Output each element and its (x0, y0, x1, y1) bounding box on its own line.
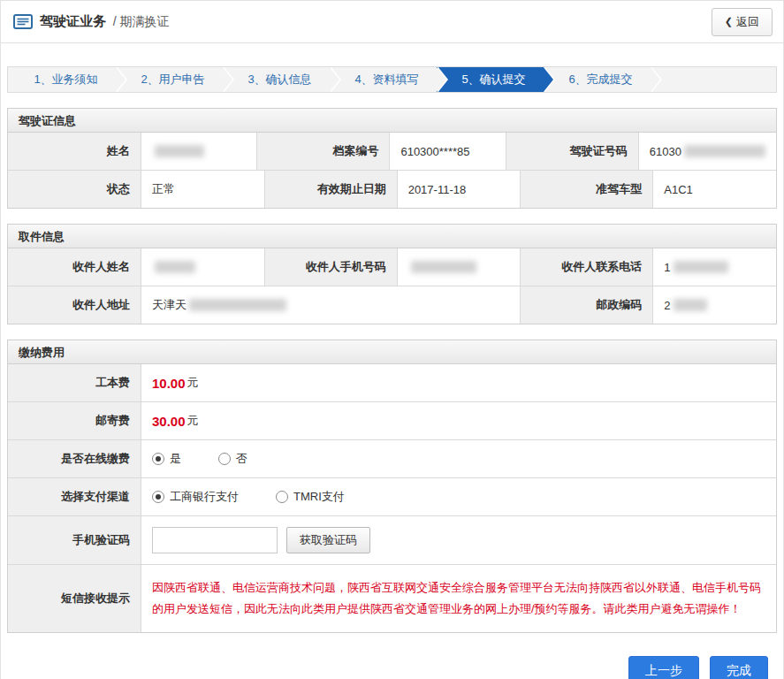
step-label: 5、确认提交 (461, 72, 525, 88)
online-no-label: 否 (236, 451, 247, 467)
address-prefix: 天津天 (152, 297, 186, 313)
step-5-confirm-submit[interactable]: 5、确认提交 (436, 67, 543, 92)
recipient-mobile-value (397, 248, 521, 286)
fees-section: 缴纳费用 工本费 10.00 元 邮寄费 30.00 元 是否在线缴费 (7, 340, 777, 633)
license-row-2: 状态 正常 有效期止日期 2017-11-18 准驾车型 A1C1 (8, 170, 776, 208)
license-no-value: 61030 (638, 133, 776, 170)
online-yes-label: 是 (170, 451, 181, 467)
step-label: 6、完成提交 (568, 72, 632, 88)
previous-step-button[interactable]: 上一步 (628, 656, 699, 679)
license-row-1: 姓名 档案编号 610300****85 驾驶证号码 61030 (8, 133, 776, 170)
sms-notice-text: 因陕西省联通、电信运营商技术问题，陕西省互联网交通安全综合服务管理平台无法向持陕… (152, 577, 762, 620)
channel-tmri-option[interactable]: TMRI支付 (276, 489, 345, 505)
expiry-label: 有效期止日期 (264, 171, 397, 208)
step-6-complete-submit[interactable]: 6、完成提交 (543, 67, 650, 92)
base-fee-unit: 元 (187, 375, 199, 391)
stepbar-wrap: 1、业务须知 2、用户申告 3、确认信息 4、资料填写 5、确认提交 6、完成提… (1, 43, 783, 93)
mail-fee-label: 邮寄费 (8, 402, 141, 439)
vehicle-label: 准驾车型 (520, 171, 652, 208)
fees-section-title: 缴纳费用 (8, 340, 776, 364)
top-header: 驾驶证业务 / 期满换证 ❮ 返回 (1, 1, 783, 43)
mail-fee-row: 邮寄费 30.00 元 (8, 401, 776, 439)
online-no-option[interactable]: 否 (218, 451, 247, 467)
step-label: 1、业务须知 (34, 72, 97, 88)
address-value: 天津天 (141, 286, 520, 324)
recipient-mobile-label: 收件人手机号码 (264, 248, 397, 286)
status-value: 正常 (141, 171, 264, 208)
back-chevron-icon: ❮ (725, 16, 733, 27)
step-label: 4、资料填写 (354, 72, 418, 88)
step-1-business-notes[interactable]: 1、业务须知 (8, 67, 115, 92)
payment-channel-label: 选择支付渠道 (8, 478, 141, 515)
payment-channel-row: 选择支付渠道 工商银行支付 TMRI支付 (8, 477, 776, 515)
base-fee-row: 工本费 10.00 元 (8, 364, 776, 401)
pickup-section-title: 取件信息 (8, 225, 776, 248)
title-secondary: / 期满换证 (113, 14, 170, 28)
sms-notice-row: 短信接收提示 因陕西省联通、电信运营商技术问题，陕西省互联网交通安全综合服务管理… (8, 564, 776, 632)
postcode-value: 2 (652, 286, 776, 324)
radio-channel-tmri-icon[interactable] (276, 491, 288, 503)
bottom-actions: 上一步 完成 (7, 633, 777, 679)
online-payment-options: 是 否 (141, 440, 776, 477)
page-title: 驾驶证业务 / 期满换证 (13, 13, 169, 30)
document-list-icon (13, 14, 33, 29)
online-payment-label: 是否在线缴费 (8, 440, 141, 477)
file-no-label: 档案编号 (256, 133, 389, 170)
name-label: 姓名 (8, 133, 141, 170)
radio-online-yes-icon[interactable] (152, 453, 164, 465)
base-fee-value: 10.00 元 (141, 364, 776, 401)
expiry-value: 2017-11-18 (397, 171, 521, 208)
vehicle-value: A1C1 (652, 171, 776, 208)
finish-button[interactable]: 完成 (710, 656, 768, 679)
name-value (141, 133, 256, 170)
recipient-name-label: 收件人姓名 (8, 248, 141, 286)
sms-code-cell: 获取验证码 (141, 516, 776, 564)
recipient-phone-label: 收件人联系电话 (520, 248, 652, 286)
license-no-masked (684, 145, 765, 157)
postcode-prefix: 2 (664, 299, 670, 312)
channel-icbc-label: 工商银行支付 (170, 489, 239, 505)
online-payment-row: 是否在线缴费 是 否 (8, 439, 776, 477)
sms-notice-label: 短信接收提示 (8, 565, 141, 632)
online-yes-option[interactable]: 是 (152, 451, 181, 467)
address-label: 收件人地址 (8, 286, 141, 324)
recipient-mobile-masked (411, 261, 476, 273)
pickup-row-1: 收件人姓名 收件人手机号码 收件人联系电话 1 (8, 248, 776, 286)
step-label: 3、确认信息 (247, 72, 311, 88)
channel-icbc-option[interactable]: 工商银行支付 (152, 489, 239, 505)
license-section-title: 驾驶证信息 (8, 109, 776, 133)
step-3-confirm-info[interactable]: 3、确认信息 (222, 67, 329, 92)
recipient-name-masked (155, 261, 195, 273)
status-label: 状态 (8, 171, 141, 208)
title-primary: 驾驶证业务 (40, 13, 106, 28)
back-button[interactable]: ❮ 返回 (712, 8, 773, 36)
license-no-prefix: 61030 (650, 145, 681, 158)
pickup-row-2: 收件人地址 天津天 邮政编码 2 (8, 286, 776, 324)
recipient-name-value (141, 248, 264, 286)
radio-online-no-icon[interactable] (218, 453, 231, 465)
page: 驾驶证业务 / 期满换证 ❮ 返回 1、业务须知 2、用户申告 3、确认信息 4… (0, 0, 784, 679)
license-info-section: 驾驶证信息 姓名 档案编号 610300****85 驾驶证号码 61030 状… (7, 108, 777, 209)
mail-fee-value: 30.00 元 (141, 402, 776, 439)
step-label: 2、用户申告 (141, 72, 204, 88)
get-code-button[interactable]: 获取验证码 (286, 527, 370, 553)
step-4-fill-data[interactable]: 4、资料填写 (329, 67, 436, 92)
sms-code-label: 手机验证码 (8, 516, 141, 564)
mail-fee-unit: 元 (187, 413, 199, 429)
sms-notice-cell: 因陕西省联通、电信运营商技术问题，陕西省互联网交通安全综合服务管理平台无法向持陕… (141, 565, 776, 632)
recipient-phone-prefix: 1 (664, 261, 670, 274)
step-2-user-declaration[interactable]: 2、用户申告 (115, 67, 222, 92)
radio-channel-icbc-icon[interactable] (152, 491, 164, 503)
recipient-phone-value: 1 (652, 248, 776, 286)
file-no-value: 610300****85 (389, 133, 505, 170)
sms-code-input[interactable] (152, 527, 278, 553)
main-content: 驾驶证信息 姓名 档案编号 610300****85 驾驶证号码 61030 状… (1, 108, 783, 679)
channel-tmri-label: TMRI支付 (293, 489, 345, 505)
base-fee-label: 工本费 (8, 364, 141, 401)
back-button-label: 返回 (736, 14, 759, 30)
recipient-phone-masked (674, 261, 728, 273)
name-masked-value (155, 145, 204, 157)
pickup-info-section: 取件信息 收件人姓名 收件人手机号码 收件人联系电话 1 收件人地址 (7, 224, 777, 324)
mail-fee-amount: 30.00 (152, 414, 186, 429)
payment-channel-options: 工商银行支付 TMRI支付 (141, 478, 776, 515)
